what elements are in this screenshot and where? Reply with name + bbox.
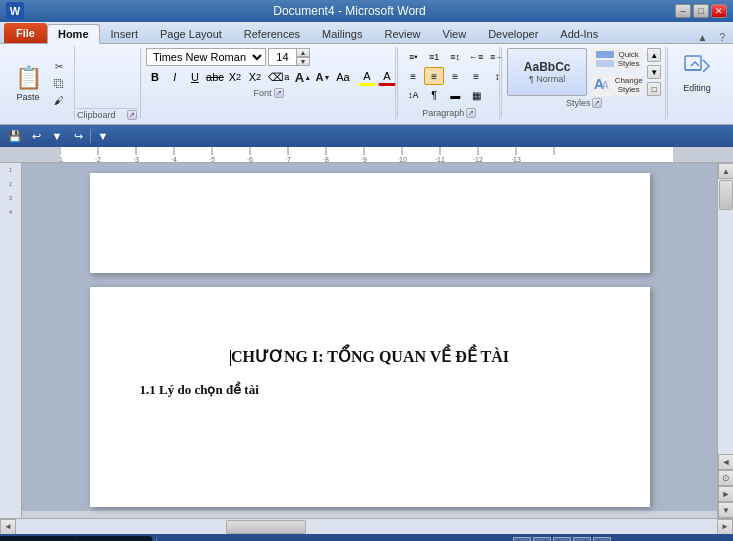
styles-scroll-up-button[interactable]: ▲: [647, 48, 661, 62]
horizontal-scrollbar[interactable]: ◄ ►: [0, 518, 733, 534]
scroll-track[interactable]: [718, 179, 733, 454]
minimize-button[interactable]: –: [675, 4, 691, 18]
quick-styles-button[interactable]: Quick Styles: [591, 48, 643, 70]
show-marks-button[interactable]: ¶: [424, 86, 444, 104]
scroll-select-browse-button[interactable]: ⊙: [718, 470, 733, 486]
svg-text:·10: ·10: [397, 156, 407, 163]
tab-file[interactable]: File: [4, 23, 47, 43]
tab-add-ins[interactable]: Add-Ins: [549, 23, 609, 43]
scroll-prev-page-button[interactable]: ◄: [718, 454, 733, 470]
font-color-button[interactable]: A: [378, 68, 396, 86]
italic-button[interactable]: I: [166, 68, 184, 86]
numbering-button[interactable]: ≡1: [424, 48, 444, 66]
change-styles-button[interactable]: A A Change Styles: [591, 74, 643, 96]
tab-home[interactable]: Home: [47, 24, 100, 44]
h-scroll-thumb[interactable]: [226, 520, 306, 534]
scroll-left-button[interactable]: ◄: [0, 519, 16, 535]
help-button[interactable]: ?: [715, 32, 729, 43]
change-styles-svg: A A: [592, 76, 612, 94]
outline-button[interactable]: ≡: [573, 537, 591, 541]
tab-view[interactable]: View: [432, 23, 478, 43]
tab-insert[interactable]: Insert: [100, 23, 150, 43]
font-expand-button[interactable]: ↗: [274, 88, 284, 98]
scroll-down-button[interactable]: ▼: [718, 502, 733, 518]
print-layout-button[interactable]: □: [513, 537, 531, 541]
highlight-color-button[interactable]: A: [358, 68, 376, 86]
tab-references[interactable]: References: [233, 23, 311, 43]
svg-text:·6: ·6: [247, 156, 253, 163]
clear-format-button[interactable]: ⌫a: [270, 68, 288, 86]
svg-text:·3: ·3: [133, 156, 139, 163]
ribbon-minimize-button[interactable]: ▲: [694, 32, 712, 43]
format-painter-button[interactable]: 🖌: [48, 92, 70, 108]
decrease-indent-button[interactable]: ←≡: [466, 48, 486, 66]
font-size-input[interactable]: [268, 48, 296, 66]
shading-button[interactable]: ▬: [445, 86, 465, 104]
change-case-button[interactable]: Aa: [334, 68, 352, 86]
paragraph-section: ≡• ≡1 ≡↕ ←≡ ≡→ ≡ ≡ ≡ ≡ ↕ ↕A: [399, 46, 500, 120]
editing-svg: [681, 52, 713, 80]
style-preview-inner: AaBbCc ¶ Normal: [524, 60, 571, 84]
superscript-button[interactable]: X2: [246, 68, 264, 86]
bold-button[interactable]: B: [146, 68, 164, 86]
web-layout-button[interactable]: 🌐: [553, 537, 571, 541]
change-styles-label: Change Styles: [615, 76, 643, 94]
redo-quick-button[interactable]: ↪: [69, 128, 87, 144]
justify-button[interactable]: ≡: [466, 67, 486, 85]
font-size-increment-button[interactable]: ▲: [296, 48, 310, 57]
style-preview: AaBbCc ¶ Normal: [507, 48, 587, 96]
align-right-button[interactable]: ≡: [445, 67, 465, 85]
strikethrough-button[interactable]: abc: [206, 68, 224, 86]
tab-review[interactable]: Review: [373, 23, 431, 43]
undo-quick-button[interactable]: ↩: [27, 128, 45, 144]
paste-button[interactable]: 📋 Paste: [8, 48, 48, 118]
close-button[interactable]: ✕: [711, 4, 727, 18]
tab-mailings[interactable]: Mailings: [311, 23, 373, 43]
styles-more-button[interactable]: □: [647, 82, 661, 96]
underline-button[interactable]: U: [186, 68, 204, 86]
editing-button[interactable]: Editing: [673, 48, 721, 96]
page-content[interactable]: CHƯƠNG I: TỔNG QUAN VỀ ĐỀ TÀI 1.1 Lý do …: [90, 287, 650, 507]
styles-expand-button[interactable]: ↗: [592, 98, 602, 108]
tab-page-layout[interactable]: Page Layout: [149, 23, 233, 43]
customize-quick-access-button[interactable]: ▼: [94, 128, 112, 144]
list-row3: ↕A ¶ ▬ ▦: [403, 86, 507, 104]
full-screen-reading-button[interactable]: ▤: [533, 537, 551, 541]
cut-button[interactable]: ✂: [48, 58, 70, 74]
undo-dropdown-button[interactable]: ▼: [48, 128, 66, 144]
qa-separator: [90, 129, 91, 143]
font-name-select[interactable]: Times New Roman Arial Calibri: [146, 48, 266, 66]
scroll-right-button[interactable]: ►: [717, 519, 733, 535]
borders-button[interactable]: ▦: [466, 86, 486, 104]
align-center-button[interactable]: ≡: [424, 67, 444, 85]
h-scroll-track[interactable]: [16, 519, 717, 534]
tab-developer[interactable]: Developer: [477, 23, 549, 43]
styles-scroll-down-button[interactable]: ▼: [647, 65, 661, 79]
save-quick-button[interactable]: 💾: [6, 128, 24, 144]
title-bar-controls[interactable]: – □ ✕: [675, 4, 727, 18]
vertical-scrollbar[interactable]: ▲ ◄ ⊙ ► ▼: [717, 163, 733, 518]
copy-button[interactable]: ⿻: [48, 75, 70, 91]
ruler-svg: ·1 ·2 ·3 ·4 ·5 ·6 ·7 ·8 ·9 ·10: [60, 147, 673, 163]
grow-font-button[interactable]: A▲: [294, 68, 312, 86]
scroll-thumb[interactable]: [719, 180, 733, 210]
subscript-button[interactable]: X2: [226, 68, 244, 86]
clipboard-expand-button[interactable]: ↗: [127, 110, 137, 120]
sort-button[interactable]: ↕A: [403, 86, 423, 104]
font-section-label: Font ↗: [146, 88, 391, 98]
shrink-font-button[interactable]: A▼: [314, 68, 332, 86]
scroll-next-page-button[interactable]: ►: [718, 486, 733, 502]
chapter-title: CHƯƠNG I: TỔNG QUAN VỀ ĐỀ TÀI: [140, 347, 600, 366]
align-left-button[interactable]: ≡: [403, 67, 423, 85]
draft-button[interactable]: 📄: [593, 537, 611, 541]
document-area[interactable]: CHƯƠNG I: TỔNG QUAN VỀ ĐỀ TÀI 1.1 Lý do …: [22, 163, 717, 518]
chapter-title-text: CHƯƠNG I: TỔNG QUAN VỀ ĐỀ TÀI: [231, 348, 509, 365]
svg-text:·8: ·8: [323, 156, 329, 163]
bullets-button[interactable]: ≡•: [403, 48, 423, 66]
maximize-button[interactable]: □: [693, 4, 709, 18]
scroll-up-button[interactable]: ▲: [718, 163, 733, 179]
word-icon: W: [6, 2, 24, 20]
font-size-decrement-button[interactable]: ▼: [296, 57, 310, 66]
multilevel-button[interactable]: ≡↕: [445, 48, 465, 66]
paragraph-expand-button[interactable]: ↗: [466, 108, 476, 118]
